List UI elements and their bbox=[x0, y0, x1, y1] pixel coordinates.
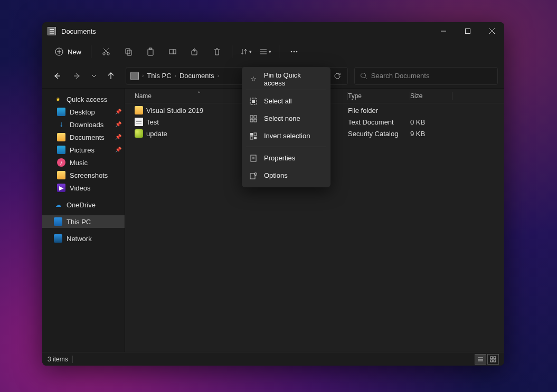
copy-icon bbox=[124, 47, 133, 56]
new-label: New bbox=[68, 48, 81, 56]
new-button[interactable]: New bbox=[50, 44, 87, 59]
search-icon bbox=[360, 72, 367, 80]
chevron-down-icon bbox=[91, 73, 97, 79]
svg-rect-40 bbox=[254, 133, 257, 136]
sidebar-item-downloads[interactable]: ⭳Downloads📌 bbox=[42, 118, 125, 131]
thumbnails-view-button[interactable] bbox=[487, 354, 499, 365]
sidebar-item-desktop[interactable]: Desktop📌 bbox=[42, 106, 125, 118]
menu-invert-selection[interactable]: Invert selection bbox=[242, 127, 331, 145]
catalog-file-icon bbox=[135, 129, 143, 138]
close-button[interactable] bbox=[480, 22, 504, 40]
maximize-button[interactable] bbox=[456, 22, 480, 40]
back-button[interactable] bbox=[49, 68, 65, 84]
refresh-icon bbox=[334, 72, 341, 80]
search-input[interactable] bbox=[371, 72, 492, 80]
paste-button[interactable] bbox=[140, 42, 161, 61]
rename-button[interactable] bbox=[162, 42, 183, 61]
svg-rect-39 bbox=[250, 133, 253, 136]
rename-icon bbox=[168, 47, 177, 56]
svg-line-9 bbox=[105, 49, 109, 53]
breadcrumb-root[interactable]: This PC bbox=[147, 72, 171, 80]
search-box[interactable] bbox=[354, 67, 498, 85]
view-toggle bbox=[475, 354, 499, 365]
menu-pin-quick-access[interactable]: ☆Pin to Quick access bbox=[242, 70, 331, 88]
svg-rect-12 bbox=[127, 50, 131, 55]
sort-button[interactable]: ▾ bbox=[237, 42, 255, 61]
options-icon bbox=[249, 171, 258, 180]
chevron-down-icon: ▾ bbox=[269, 49, 271, 54]
sidebar-item-videos[interactable]: ▶Videos bbox=[42, 181, 125, 194]
sidebar-item-pictures[interactable]: Pictures📌 bbox=[42, 144, 125, 156]
status-bar: 3 items bbox=[42, 352, 504, 366]
minimize-icon bbox=[441, 28, 446, 34]
svg-point-23 bbox=[296, 51, 298, 53]
arrow-right-icon bbox=[73, 72, 81, 80]
svg-point-21 bbox=[291, 51, 292, 53]
svg-rect-29 bbox=[490, 357, 493, 359]
svg-rect-38 bbox=[254, 119, 257, 122]
view-button[interactable]: ▾ bbox=[256, 42, 275, 61]
documents-icon bbox=[57, 133, 65, 141]
menu-properties[interactable]: Properties bbox=[242, 149, 331, 167]
more-icon bbox=[290, 47, 298, 56]
minimize-button[interactable] bbox=[431, 22, 456, 40]
close-icon bbox=[489, 28, 495, 34]
svg-rect-30 bbox=[494, 357, 496, 359]
copy-button[interactable] bbox=[118, 42, 139, 61]
videos-icon: ▶ bbox=[57, 184, 65, 192]
more-menu: ☆Pin to Quick access Select all Select n… bbox=[242, 67, 331, 187]
column-size[interactable]: Size bbox=[410, 89, 452, 103]
chevron-down-icon: ▾ bbox=[249, 49, 252, 54]
menu-select-all[interactable]: Select all bbox=[242, 92, 331, 110]
svg-point-47 bbox=[254, 173, 257, 175]
svg-rect-43 bbox=[251, 155, 256, 161]
maximize-icon bbox=[465, 28, 470, 34]
svg-rect-1 bbox=[466, 29, 470, 34]
share-button[interactable] bbox=[184, 42, 205, 61]
invert-selection-icon bbox=[249, 132, 258, 140]
sidebar-network[interactable]: Network bbox=[42, 232, 125, 245]
folder-icon bbox=[130, 72, 139, 80]
more-button[interactable] bbox=[284, 42, 305, 61]
sidebar-onedrive[interactable]: ☁OneDrive bbox=[42, 198, 125, 211]
music-icon: ♪ bbox=[57, 158, 65, 167]
svg-rect-13 bbox=[148, 49, 153, 55]
details-view-button[interactable] bbox=[475, 354, 486, 365]
list-icon bbox=[477, 356, 484, 362]
pin-icon: 📌 bbox=[115, 121, 121, 127]
folder-icon bbox=[57, 171, 65, 179]
sidebar-item-screenshots[interactable]: Screenshots bbox=[42, 169, 125, 181]
sidebar-this-pc[interactable]: This PC bbox=[42, 215, 125, 228]
menu-options[interactable]: Options bbox=[242, 167, 331, 184]
pin-icon: 📌 bbox=[115, 109, 121, 114]
history-button[interactable] bbox=[89, 68, 99, 84]
delete-button[interactable] bbox=[206, 42, 228, 61]
breadcrumb-folder[interactable]: Documents bbox=[180, 72, 214, 80]
forward-button[interactable] bbox=[69, 68, 86, 84]
sidebar-item-music[interactable]: ♪Music bbox=[42, 156, 125, 169]
svg-rect-34 bbox=[252, 100, 255, 103]
svg-rect-15 bbox=[169, 50, 173, 54]
file-explorer-window: Documents New ▾ ▾ bbox=[42, 22, 504, 366]
folder-icon bbox=[135, 106, 143, 114]
scissors-icon bbox=[102, 47, 110, 56]
svg-line-10 bbox=[103, 49, 108, 53]
menu-select-none[interactable]: Select none bbox=[242, 110, 331, 127]
desktop-icon bbox=[57, 108, 65, 116]
cut-button[interactable] bbox=[96, 42, 117, 61]
separator bbox=[246, 90, 326, 90]
svg-rect-42 bbox=[254, 137, 257, 139]
view-icon bbox=[259, 47, 268, 56]
column-type[interactable]: Type bbox=[348, 89, 410, 103]
trash-icon bbox=[213, 47, 221, 56]
pin-icon: 📌 bbox=[115, 147, 121, 152]
svg-rect-35 bbox=[250, 116, 253, 118]
sidebar-item-documents[interactable]: Documents📌 bbox=[42, 131, 125, 144]
toolbar: New ▾ ▾ bbox=[42, 40, 504, 63]
separator bbox=[246, 147, 326, 147]
share-icon bbox=[191, 47, 199, 56]
clipboard-icon bbox=[146, 47, 155, 56]
sidebar-quick-access[interactable]: ★Quick access bbox=[42, 93, 125, 106]
up-button[interactable] bbox=[102, 68, 119, 84]
column-name[interactable]: Name⌃ bbox=[135, 89, 243, 103]
